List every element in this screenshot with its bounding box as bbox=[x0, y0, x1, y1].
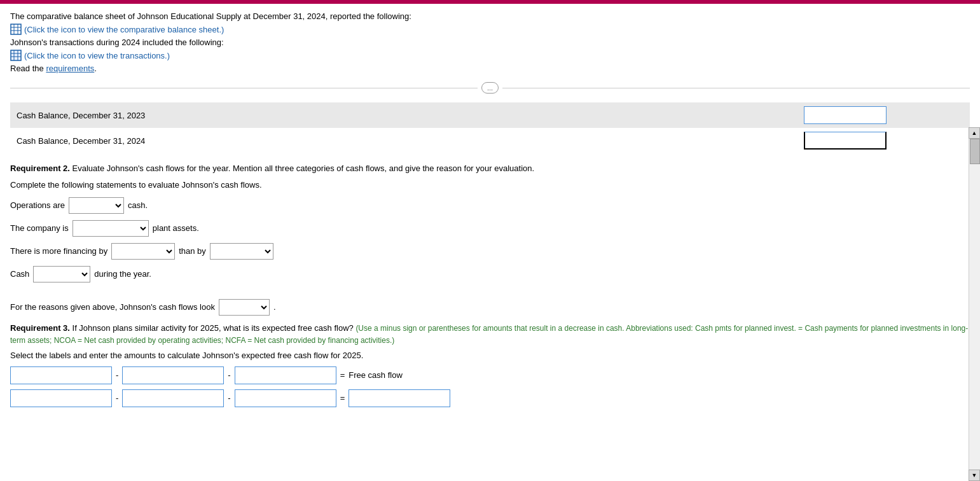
fcf-row2-result-input[interactable] bbox=[349, 389, 450, 407]
divider-line-right bbox=[502, 88, 970, 88]
fcf-row1-op2: - bbox=[228, 370, 230, 380]
requirement3-main-text: If Johnson plans similar activity for 20… bbox=[70, 323, 354, 333]
requirement3-header: Requirement 3. If Johnson plans similar … bbox=[10, 322, 970, 347]
fcf-row1-input1[interactable] bbox=[10, 366, 112, 384]
fcf-row2-input3[interactable] bbox=[235, 389, 336, 407]
cash-balance-2023-label: Cash Balance, December 31, 2023 bbox=[10, 102, 797, 128]
intro-main-text: The comparative balance sheet of Johnson… bbox=[10, 11, 970, 21]
cash-balance-row-2023: Cash Balance, December 31, 2023 bbox=[10, 102, 970, 128]
fcf-row2-equals: = bbox=[340, 393, 345, 403]
read-requirements: Read the requirements. bbox=[10, 64, 970, 73]
requirement2-title: Requirement 2. bbox=[10, 164, 70, 173]
operations-row: Operations are generating using cash. bbox=[10, 197, 970, 214]
company-prefix: The company is bbox=[10, 223, 69, 233]
scrollbar-thumb[interactable] bbox=[970, 139, 980, 164]
divider-dots: ... bbox=[481, 82, 499, 94]
reasons-period: . bbox=[273, 302, 276, 312]
operations-dropdown[interactable]: generating using bbox=[69, 197, 124, 214]
requirement2-header: Requirement 2. Evaluate Johnson's cash f… bbox=[10, 162, 970, 175]
fcf-row1-op1: - bbox=[116, 370, 118, 380]
balance-sheet-icon bbox=[10, 24, 22, 35]
company-suffix: plant assets. bbox=[153, 223, 199, 233]
cash-change-dropdown[interactable]: increased decreased bbox=[33, 266, 90, 282]
balance-sheet-link-text: (Click the icon to view the comparative … bbox=[24, 25, 224, 34]
transactions-link-text: (Click the icon to view the transactions… bbox=[24, 51, 170, 60]
fcf-row1-result-label: Free cash flow bbox=[349, 370, 403, 380]
balance-sheet-link[interactable]: (Click the icon to view the comparative … bbox=[10, 24, 224, 35]
cash-change-row: Cash increased decreased during the year… bbox=[10, 266, 970, 282]
cash-balance-2023-input-cell bbox=[797, 102, 899, 128]
operations-prefix: Operations are bbox=[10, 200, 65, 210]
cash-balance-2024-input-cell bbox=[797, 128, 899, 153]
transactions-intro-text: Johnson's transactions during 2024 inclu… bbox=[10, 38, 970, 47]
company-dropdown[interactable]: purchasing selling bbox=[72, 220, 149, 237]
financing2-dropdown[interactable]: borrowing repaying bbox=[210, 243, 273, 260]
cash-balance-2024-input[interactable] bbox=[804, 132, 887, 150]
requirement3-title: Requirement 3. bbox=[10, 323, 70, 333]
cash-suffix: during the year. bbox=[94, 269, 151, 279]
complete-statements-text: Complete the following statements to eva… bbox=[10, 180, 970, 190]
look-status-dropdown[interactable]: good bad bbox=[219, 299, 270, 316]
fcf-row-2: - - = bbox=[10, 389, 970, 407]
fcf-row2-input1[interactable] bbox=[10, 389, 112, 407]
reasons-prefix: For the reasons given above, Johnson's c… bbox=[10, 302, 215, 312]
main-content: The comparative balance sheet of Johnson… bbox=[0, 4, 980, 420]
cash-balance-table: Cash Balance, December 31, 2023 Cash Bal… bbox=[10, 102, 970, 153]
operations-suffix: cash. bbox=[128, 200, 148, 210]
scrollbar-track bbox=[969, 139, 980, 420]
cash-balance-2024-label: Cash Balance, December 31, 2024 bbox=[10, 128, 797, 153]
financing1-dropdown[interactable]: borrowing repaying bbox=[111, 243, 175, 260]
divider: ... bbox=[10, 82, 970, 94]
transactions-icon bbox=[10, 50, 22, 61]
fcf-row2-op2: - bbox=[228, 393, 230, 403]
fcf-row2-op1: - bbox=[116, 393, 118, 403]
cash-balance-row-2024: Cash Balance, December 31, 2024 bbox=[10, 128, 970, 153]
cash-prefix: Cash bbox=[10, 269, 29, 279]
requirement2-text: Evaluate Johnson's cash flows for the ye… bbox=[70, 164, 534, 173]
divider-line-left bbox=[10, 88, 478, 88]
fcf-row1-input2[interactable] bbox=[122, 366, 224, 384]
svg-rect-0 bbox=[11, 24, 21, 34]
svg-rect-5 bbox=[11, 50, 21, 60]
fcf-row2-input2[interactable] bbox=[122, 389, 224, 407]
requirements-link[interactable]: requirements bbox=[46, 64, 94, 73]
scrollbar-up-button[interactable]: ▲ bbox=[969, 127, 980, 139]
fcf-row1-equals: = bbox=[340, 370, 345, 380]
cash-balance-2023-input[interactable] bbox=[804, 106, 887, 124]
looks-row: For the reasons given above, Johnson's c… bbox=[10, 299, 970, 316]
financing-prefix: There is more financing by bbox=[10, 246, 107, 256]
read-text: Read the bbox=[10, 64, 44, 73]
financing-row: There is more financing by borrowing rep… bbox=[10, 243, 970, 260]
transactions-link[interactable]: (Click the icon to view the transactions… bbox=[10, 50, 170, 61]
fcf-row1-input3[interactable] bbox=[235, 366, 336, 384]
fcf-row-1: - - = Free cash flow bbox=[10, 366, 970, 384]
company-row: The company is purchasing selling plant … bbox=[10, 220, 970, 237]
read-period: . bbox=[94, 64, 97, 73]
requirement3-select-text: Select the labels and enter the amounts … bbox=[10, 351, 970, 360]
financing-middle: than by bbox=[179, 246, 206, 256]
